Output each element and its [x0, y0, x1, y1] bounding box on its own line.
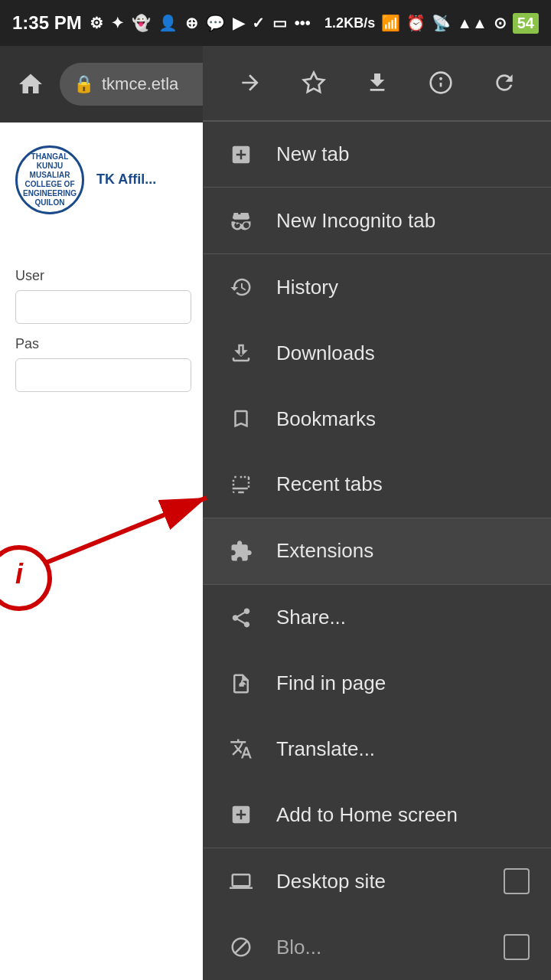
check-icon: ✓ — [252, 14, 265, 32]
translate-icon — [224, 732, 258, 766]
add-icon: ⊕ — [185, 14, 198, 32]
translate-label: Translate... — [276, 737, 530, 761]
downloads-icon — [224, 336, 258, 370]
share-label: Share... — [276, 606, 530, 629]
history-icon — [224, 270, 258, 304]
new-tab-label: New tab — [276, 142, 530, 166]
desktop-site-icon — [224, 864, 258, 898]
find-in-page-icon — [224, 667, 258, 701]
desktop-site-checkbox[interactable] — [504, 868, 530, 894]
settings-icon: ⚙ — [90, 14, 103, 32]
username-input — [15, 290, 191, 324]
dropdown-topbar — [203, 46, 551, 121]
background-page: THANGAL KUNJU MUSALIAR COLLEGE OF ENGINE… — [0, 122, 207, 980]
menu-item-bookmarks[interactable]: Bookmarks — [203, 386, 551, 452]
menu-item-incognito[interactable]: New Incognito tab — [203, 188, 551, 253]
bookmark-star-button[interactable] — [292, 61, 335, 104]
menu-item-share[interactable]: Share... — [203, 585, 551, 651]
block-label: Blo... — [276, 936, 485, 959]
menu-item-history[interactable]: History — [203, 254, 551, 320]
svg-marker-4 — [303, 73, 324, 92]
status-bar: 1:35 PM ⚙ ✦ 👻 👤 ⊕ 💬 ▶ ✓ ▭ ••• 1.2KB/s 📶 … — [0, 0, 551, 46]
block-checkbox[interactable] — [504, 934, 530, 960]
college-logo: THANGAL KUNJU MUSALIAR COLLEGE OF ENGINE… — [15, 145, 84, 214]
alarm-icon: ⏰ — [406, 14, 425, 32]
menu-item-block[interactable]: Blo... — [203, 914, 551, 980]
recent-tabs-label: Recent tabs — [276, 472, 530, 496]
bookmarks-label: Bookmarks — [276, 407, 530, 431]
menu-item-desktop-site[interactable]: Desktop site — [203, 848, 551, 914]
menu-item-find-in-page[interactable]: Find in page — [203, 651, 551, 717]
username-label: User — [15, 268, 191, 284]
network-speed: 1.2KB/s — [324, 15, 375, 31]
more-icon: ••• — [295, 15, 311, 32]
college-name: TK Affil... — [96, 171, 156, 188]
vpn-icon: ⊙ — [494, 14, 507, 32]
history-label: History — [276, 276, 530, 299]
menu-item-downloads[interactable]: Downloads — [203, 320, 551, 386]
menu-item-add-to-home[interactable]: Add to Home screen — [203, 782, 551, 848]
downloads-label: Downloads — [276, 341, 530, 365]
download-button[interactable] — [356, 61, 399, 104]
extensions-icon — [224, 534, 258, 568]
screen-icon: ▭ — [272, 14, 287, 32]
add-to-home-label: Add to Home screen — [276, 803, 530, 827]
login-form-area: User Pas — [0, 237, 207, 435]
forward-button[interactable] — [229, 61, 272, 104]
status-right: 1.2KB/s 📶 ⏰ 📡 ▲▲ ⊙ 54 — [324, 13, 539, 34]
add-to-home-icon — [224, 798, 258, 831]
incognito-icon — [224, 204, 258, 237]
share-icon — [224, 601, 258, 635]
menu-item-translate[interactable]: Translate... — [203, 716, 551, 782]
status-time: 1:35 PM — [12, 12, 82, 34]
battery-level: 54 — [513, 13, 539, 34]
snapchat2-icon: 👤 — [158, 14, 178, 32]
block-icon — [224, 930, 258, 964]
desktop-site-label: Desktop site — [276, 870, 485, 893]
wifi-icon: ▲▲ — [457, 15, 487, 32]
dropdown-menu: New tab New Incognito tab History Downlo… — [203, 46, 551, 980]
menu-item-recent-tabs[interactable]: Recent tabs — [203, 452, 551, 518]
menu-item-extensions[interactable]: Extensions — [203, 518, 551, 584]
snapchat-icon: 👻 — [132, 14, 151, 32]
find-in-page-label: Find in page — [276, 671, 530, 695]
info-button[interactable] — [419, 61, 462, 104]
notification-icon: ✦ — [111, 14, 124, 32]
home-button[interactable] — [12, 66, 49, 103]
password-input — [15, 358, 191, 392]
chat-icon: 💬 — [206, 14, 225, 32]
status-left: 1:35 PM ⚙ ✦ 👻 👤 ⊕ 💬 ▶ ✓ ▭ ••• — [12, 12, 311, 34]
logo-text: THANGAL KUNJU MUSALIAR COLLEGE OF ENGINE… — [18, 152, 82, 207]
lock-icon: 🔒 — [73, 74, 94, 94]
menu-item-new-tab[interactable]: New tab — [203, 122, 551, 188]
recent-tabs-icon — [224, 468, 258, 501]
new-tab-icon — [224, 138, 258, 172]
youtube-icon: ▶ — [233, 14, 244, 32]
incognito-label: New Incognito tab — [276, 209, 530, 233]
refresh-button[interactable] — [483, 61, 526, 104]
bookmarks-icon — [224, 402, 258, 436]
page-logo-area: THANGAL KUNJU MUSALIAR COLLEGE OF ENGINE… — [0, 122, 207, 237]
extensions-label: Extensions — [276, 539, 530, 563]
signal-icon: 📡 — [432, 14, 451, 32]
password-label: Pas — [15, 336, 191, 352]
battery-icon: 📶 — [381, 14, 400, 32]
url-text: tkmce.etla — [102, 74, 178, 94]
